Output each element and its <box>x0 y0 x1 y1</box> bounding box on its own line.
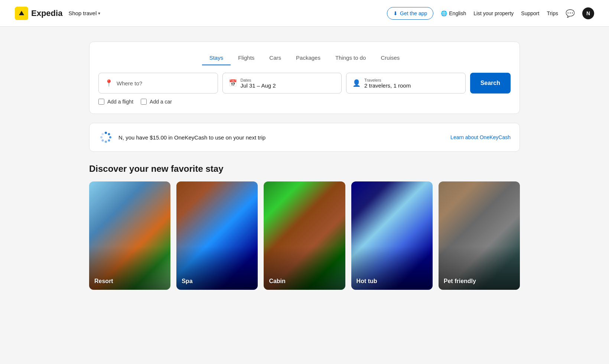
onekey-learn-link[interactable]: Learn about OneKeyCash <box>450 134 511 140</box>
onekey-banner: N, you have $15.00 in OneKeyCash to use … <box>89 123 520 152</box>
search-fields: 📍 Where to? 📅 Dates Jul 31 – Aug 2 👤 Tra… <box>98 73 511 94</box>
search-tabs: Stays Flights Cars Packages Things to do… <box>98 51 511 65</box>
travelers-field[interactable]: 👤 Travelers 2 travelers, 1 room <box>346 73 466 94</box>
header-right: ⬇ Get the app 🌐 English List your proper… <box>387 7 594 20</box>
main-content: Stays Flights Cars Packages Things to do… <box>82 27 527 305</box>
onekey-icon <box>98 130 113 145</box>
add-car-input[interactable] <box>141 99 147 105</box>
tab-flights[interactable]: Flights <box>231 51 262 65</box>
add-car-checkbox[interactable]: Add a car <box>141 99 172 105</box>
dates-field[interactable]: 📅 Dates Jul 31 – Aug 2 <box>222 73 342 94</box>
shop-travel-menu[interactable]: Shop travel ▾ <box>68 10 100 16</box>
card-pet-label: Pet friendly <box>444 278 476 285</box>
dates-content: Dates Jul 31 – Aug 2 <box>241 78 276 89</box>
svg-point-6 <box>100 136 102 138</box>
card-resort-label: Resort <box>94 278 113 285</box>
svg-point-7 <box>102 133 104 135</box>
search-extras: Add a flight Add a car <box>98 99 511 105</box>
download-icon: ⬇ <box>393 10 398 16</box>
logo-icon <box>15 7 28 20</box>
svg-point-5 <box>102 140 104 142</box>
calendar-icon: 📅 <box>229 79 237 87</box>
chevron-down-icon: ▾ <box>98 11 100 16</box>
add-flight-checkbox[interactable]: Add a flight <box>98 99 133 105</box>
svg-point-0 <box>105 132 107 134</box>
where-to-field[interactable]: 📍 Where to? <box>98 73 218 94</box>
support-link[interactable]: Support <box>521 10 539 16</box>
card-hottub[interactable]: Hot tub <box>351 181 433 290</box>
svg-point-2 <box>109 136 111 138</box>
person-icon: 👤 <box>352 79 361 87</box>
where-placeholder: Where to? <box>117 80 142 86</box>
user-avatar[interactable]: N <box>582 7 594 19</box>
onekey-message: N, you have $15.00 in OneKeyCash to use … <box>118 134 266 141</box>
discover-title: Discover your new favorite stay <box>89 164 520 174</box>
list-property-link[interactable]: List your property <box>473 10 514 16</box>
dates-value: Jul 31 – Aug 2 <box>241 82 276 89</box>
search-button[interactable]: Search <box>470 73 511 94</box>
tab-things-to-do[interactable]: Things to do <box>328 51 374 65</box>
svg-point-1 <box>108 133 110 135</box>
location-icon: 📍 <box>105 79 113 87</box>
trips-link[interactable]: Trips <box>547 10 558 16</box>
onekey-left: N, you have $15.00 in OneKeyCash to use … <box>98 130 266 145</box>
property-cards-grid: Resort Spa Cabin Hot tub Pet friendly <box>89 181 520 290</box>
tab-stays[interactable]: Stays <box>202 51 231 65</box>
svg-point-3 <box>108 140 110 142</box>
tab-packages[interactable]: Packages <box>289 51 328 65</box>
search-container: Stays Flights Cars Packages Things to do… <box>89 42 520 114</box>
card-spa-label: Spa <box>182 278 192 285</box>
logo[interactable]: Expedia <box>15 7 62 20</box>
card-pet[interactable]: Pet friendly <box>439 181 520 290</box>
travelers-value: 2 travelers, 1 room <box>364 82 411 89</box>
travelers-content: Travelers 2 travelers, 1 room <box>364 78 411 89</box>
add-flight-input[interactable] <box>98 99 104 105</box>
dates-label: Dates <box>241 78 276 82</box>
card-resort[interactable]: Resort <box>89 181 170 290</box>
card-cabin[interactable]: Cabin <box>264 181 345 290</box>
header: Expedia Shop travel ▾ ⬇ Get the app 🌐 En… <box>0 0 609 27</box>
tab-cars[interactable]: Cars <box>262 51 289 65</box>
card-spa[interactable]: Spa <box>176 181 258 290</box>
svg-point-4 <box>105 141 107 143</box>
tab-cruises[interactable]: Cruises <box>373 51 407 65</box>
chat-icon[interactable]: 💬 <box>566 9 575 18</box>
get-app-button[interactable]: ⬇ Get the app <box>387 7 433 20</box>
header-left: Expedia Shop travel ▾ <box>15 7 100 20</box>
globe-icon: 🌐 <box>441 10 447 16</box>
card-cabin-label: Cabin <box>269 278 285 285</box>
language-selector[interactable]: 🌐 English <box>441 10 466 16</box>
card-hottub-label: Hot tub <box>356 278 377 285</box>
travelers-label: Travelers <box>364 78 411 82</box>
logo-text: Expedia <box>31 9 62 18</box>
